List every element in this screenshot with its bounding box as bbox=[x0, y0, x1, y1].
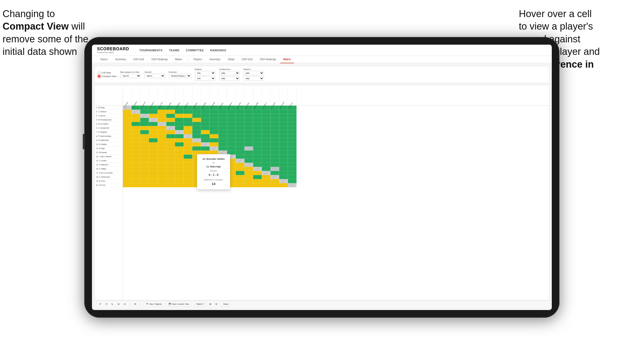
matrix-cell[interactable] bbox=[262, 142, 271, 146]
matrix-cell[interactable] bbox=[123, 163, 132, 167]
matrix-cell[interactable] bbox=[210, 126, 218, 130]
matrix-cell[interactable] bbox=[244, 122, 253, 126]
matrix-cell[interactable] bbox=[132, 134, 140, 138]
matrix-cell[interactable] bbox=[227, 126, 236, 130]
matrix-cell[interactable] bbox=[166, 114, 175, 118]
matrix-cell[interactable] bbox=[184, 179, 192, 183]
matrix-cell[interactable] bbox=[279, 171, 288, 175]
matrix-cell[interactable] bbox=[279, 118, 288, 122]
watch-button[interactable]: Watch ▾ bbox=[194, 302, 206, 306]
matrix-cell[interactable] bbox=[192, 114, 201, 118]
matrix-cell[interactable] bbox=[253, 183, 262, 187]
matrix-cell[interactable] bbox=[175, 130, 184, 134]
matrix-cell[interactable] bbox=[271, 130, 279, 134]
matrix-cell[interactable] bbox=[149, 146, 158, 151]
matrix-cell[interactable] bbox=[201, 146, 210, 151]
matrix-cell[interactable] bbox=[123, 110, 132, 114]
matrix-cell[interactable] bbox=[149, 122, 158, 126]
matrix-cell[interactable] bbox=[227, 142, 236, 146]
matrix-cell[interactable] bbox=[175, 110, 184, 114]
region-select1[interactable]: N/A bbox=[195, 71, 215, 75]
conference-select1[interactable]: (All) bbox=[219, 71, 240, 75]
sub-tab-h2h-heatmap2[interactable]: H2H Heatmap bbox=[257, 56, 279, 63]
compact-view-option[interactable]: Compact View bbox=[98, 75, 116, 78]
matrix-cell[interactable] bbox=[149, 110, 158, 114]
matrix-cell[interactable] bbox=[184, 146, 192, 151]
sub-tab-summary2[interactable]: Summary bbox=[206, 56, 224, 63]
matrix-cell[interactable] bbox=[236, 167, 244, 171]
matrix-cell[interactable] bbox=[132, 171, 140, 175]
matrix-cell[interactable] bbox=[227, 110, 236, 114]
matrix-cell[interactable] bbox=[140, 122, 149, 126]
matrix-cell[interactable] bbox=[236, 114, 244, 118]
players-select2[interactable]: (All) bbox=[243, 76, 264, 81]
max-players-select[interactable]: Top 25 bbox=[120, 74, 141, 78]
matrix-cell[interactable] bbox=[175, 159, 184, 163]
matrix-cell[interactable] bbox=[279, 114, 288, 118]
matrix-cell[interactable] bbox=[262, 126, 271, 130]
matrix-cell[interactable] bbox=[271, 122, 279, 126]
matrix-cell[interactable] bbox=[184, 126, 192, 130]
view-original-button[interactable]: 👁 View: Original bbox=[144, 302, 164, 306]
matrix-cell[interactable] bbox=[166, 122, 175, 126]
matrix-cell[interactable] bbox=[132, 130, 140, 134]
sub-tab-h2h-heatmap[interactable]: H2H Heatmap bbox=[148, 56, 171, 63]
matrix-cell[interactable] bbox=[166, 163, 175, 167]
matrix-cell[interactable] bbox=[184, 138, 192, 142]
matrix-cell[interactable] bbox=[210, 138, 218, 142]
matrix-cell[interactable] bbox=[184, 155, 192, 159]
matrix-cell[interactable] bbox=[175, 163, 184, 167]
matrix-cell[interactable] bbox=[218, 110, 227, 114]
sub-tab-teams[interactable]: Teams bbox=[97, 56, 111, 63]
matrix-cell[interactable] bbox=[123, 179, 132, 183]
matrix-cell[interactable] bbox=[288, 159, 297, 163]
matrix-cell[interactable] bbox=[123, 151, 132, 155]
full-view-radio[interactable] bbox=[98, 71, 100, 74]
matrix-cell[interactable] bbox=[158, 171, 166, 175]
matrix-cell[interactable] bbox=[244, 126, 253, 130]
matrix-cell[interactable] bbox=[140, 114, 149, 118]
matrix-cell[interactable] bbox=[244, 155, 253, 159]
matrix-cell[interactable] bbox=[271, 171, 279, 175]
matrix-cell[interactable] bbox=[253, 118, 262, 122]
matrix-cell[interactable] bbox=[244, 142, 253, 146]
matrix-cell[interactable] bbox=[288, 175, 297, 179]
matrix-cell[interactable] bbox=[236, 171, 244, 175]
matrix-cell[interactable] bbox=[140, 134, 149, 138]
share-button[interactable]: Share bbox=[221, 302, 231, 306]
matrix-cell[interactable] bbox=[184, 134, 192, 138]
matrix-cell[interactable] bbox=[149, 118, 158, 122]
matrix-cell[interactable] bbox=[149, 159, 158, 163]
matrix-cell[interactable] bbox=[166, 183, 175, 187]
matrix-cell[interactable] bbox=[262, 179, 271, 183]
sub-tab-detail[interactable]: Detail bbox=[225, 56, 238, 63]
matrix-cell[interactable] bbox=[227, 118, 236, 122]
matrix-cell[interactable] bbox=[158, 179, 166, 183]
matrix-cell[interactable] bbox=[253, 163, 262, 167]
matrix-cell[interactable] bbox=[262, 167, 271, 171]
matrix-cell[interactable] bbox=[175, 118, 184, 122]
matrix-cell[interactable] bbox=[253, 146, 262, 151]
matrix-cell[interactable] bbox=[175, 175, 184, 179]
matrix-cell[interactable] bbox=[123, 171, 132, 175]
matrix-cell[interactable] bbox=[158, 175, 166, 179]
matrix-cell[interactable] bbox=[253, 130, 262, 134]
matrix-cell[interactable] bbox=[279, 163, 288, 167]
matrix-cell[interactable] bbox=[149, 175, 158, 179]
sub-tab-matrix[interactable]: Matrix bbox=[172, 56, 185, 63]
matrix-cell[interactable] bbox=[132, 110, 140, 114]
matrix-cell[interactable] bbox=[149, 171, 158, 175]
matrix-cell[interactable] bbox=[175, 155, 184, 159]
matrix-cell[interactable] bbox=[201, 110, 210, 114]
matrix-cell[interactable] bbox=[140, 155, 149, 159]
matrix-cell[interactable] bbox=[201, 130, 210, 134]
matrix-cell[interactable] bbox=[123, 175, 132, 179]
matrix-cell[interactable] bbox=[271, 151, 279, 155]
matrix-cell[interactable] bbox=[132, 155, 140, 159]
matrix-cell[interactable] bbox=[149, 142, 158, 146]
settings-icon[interactable]: ⚙ bbox=[133, 302, 137, 306]
matrix-cell[interactable] bbox=[132, 183, 140, 187]
matrix-cell[interactable] bbox=[158, 110, 166, 114]
matrix-cell[interactable] bbox=[288, 110, 297, 114]
matrix-cell[interactable] bbox=[271, 118, 279, 122]
